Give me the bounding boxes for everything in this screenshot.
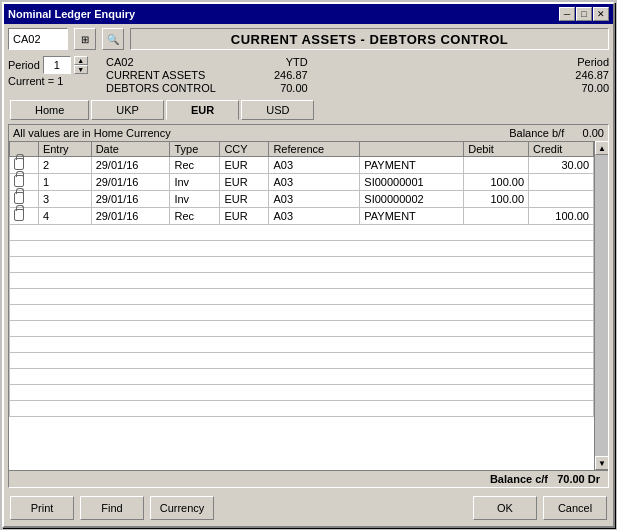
cancel-button[interactable]: Cancel	[543, 496, 607, 520]
table-header-row: All values are in Home Currency Balance …	[9, 125, 608, 141]
balance-bf-display: Balance b/f 0.00	[509, 127, 604, 139]
tabs-row: Home UKP EUR USD	[8, 100, 609, 120]
row-ccy: EUR	[220, 208, 269, 225]
print-button[interactable]: Print	[10, 496, 74, 520]
ok-button[interactable]: OK	[473, 496, 537, 520]
main-window: Nominal Ledger Enquiry ─ □ ✕ CA02 ⊞ 🔍 CU…	[2, 2, 615, 528]
tab-ukp[interactable]: UKP	[91, 100, 164, 120]
search-button[interactable]: 🔍	[102, 28, 124, 50]
ytd-value1: 246.87	[274, 69, 308, 81]
row-date: 29/01/16	[91, 157, 170, 174]
row-entry: 2	[38, 157, 91, 174]
balance-bf-label: Balance b/f	[509, 127, 564, 139]
row-lock	[10, 174, 39, 191]
tab-usd-label: USD	[266, 104, 289, 116]
tab-home[interactable]: Home	[10, 100, 89, 120]
empty-row	[10, 321, 594, 337]
account-title-display: CURRENT ASSETS - DEBTORS CONTROL	[130, 28, 609, 50]
period-col-value2: 70.00	[581, 82, 609, 94]
table-body: 2 29/01/16 Rec EUR A03 PAYMENT 30.00	[10, 157, 594, 417]
row-credit: 30.00	[529, 157, 594, 174]
empty-row	[10, 273, 594, 289]
currency-button[interactable]: Currency	[150, 496, 214, 520]
period-input[interactable]	[43, 56, 71, 74]
tab-eur[interactable]: EUR	[166, 100, 239, 120]
vertical-scrollbar[interactable]: ▲ ▼	[594, 141, 608, 470]
table-head: Entry Date Type CCY Reference Debit Cred…	[10, 142, 594, 157]
row-entry: 4	[38, 208, 91, 225]
info-details: CA02 CURRENT ASSETS DEBTORS CONTROL	[106, 56, 266, 94]
period-down-button[interactable]: ▼	[74, 65, 88, 74]
tab-eur-label: EUR	[191, 104, 214, 116]
table-section: All values are in Home Currency Balance …	[8, 124, 609, 488]
row-date: 29/01/16	[91, 208, 170, 225]
row-ref2: SI00000001	[360, 174, 464, 191]
row-ref1: A03	[269, 191, 360, 208]
empty-row	[10, 401, 594, 417]
period-inner: Period ▲ ▼	[8, 56, 98, 74]
current-label: Current = 1	[8, 75, 98, 87]
footer-right: OK Cancel	[473, 496, 607, 520]
period-col-label: Period	[577, 56, 609, 68]
row-lock	[10, 208, 39, 225]
empty-row	[10, 385, 594, 401]
table-with-scroll: Entry Date Type CCY Reference Debit Cred…	[9, 141, 608, 470]
col-reference: Reference	[269, 142, 360, 157]
empty-row	[10, 257, 594, 273]
empty-row	[10, 289, 594, 305]
scroll-track[interactable]	[595, 155, 608, 456]
row-type: Inv	[170, 174, 220, 191]
table-row: 1 29/01/16 Inv EUR A03 SI00000001 100.00	[10, 174, 594, 191]
minimize-button[interactable]: ─	[559, 7, 575, 21]
empty-row	[10, 337, 594, 353]
row-debit: 100.00	[464, 174, 529, 191]
row-credit: 100.00	[529, 208, 594, 225]
table-wrapper[interactable]: Entry Date Type CCY Reference Debit Cred…	[9, 141, 594, 470]
period-col: Period 246.87 70.00	[575, 56, 609, 94]
scroll-down-button[interactable]: ▼	[595, 456, 608, 470]
row-ref1: A03	[269, 157, 360, 174]
empty-row	[10, 241, 594, 257]
row-debit	[464, 208, 529, 225]
row-ccy: EUR	[220, 174, 269, 191]
row-entry: 3	[38, 191, 91, 208]
account-title: CURRENT ASSETS - DEBTORS CONTROL	[231, 32, 508, 47]
row-ref1: A03	[269, 208, 360, 225]
table-row: 3 29/01/16 Inv EUR A03 SI00000002 100.00	[10, 191, 594, 208]
col-ccy: CCY	[220, 142, 269, 157]
info-account-line2: DEBTORS CONTROL	[106, 82, 266, 94]
period-col-value1: 246.87	[575, 69, 609, 81]
row-credit	[529, 191, 594, 208]
account-code-field[interactable]: CA02	[8, 28, 68, 50]
row-type: Rec	[170, 208, 220, 225]
close-button[interactable]: ✕	[593, 7, 609, 21]
info-row: Period ▲ ▼ Current = 1 CA02 CURRENT ASSE…	[8, 54, 609, 96]
row-date: 29/01/16	[91, 191, 170, 208]
maximize-button[interactable]: □	[576, 7, 592, 21]
info-values: YTD 246.87 70.00 Period 246.87 70.00	[274, 56, 609, 94]
tab-usd[interactable]: USD	[241, 100, 314, 120]
spin-icon-button[interactable]: ⊞	[74, 28, 96, 50]
balance-cf-row: Balance c/f 70.00 Dr	[9, 470, 608, 487]
col-date: Date	[91, 142, 170, 157]
table-header: Entry Date Type CCY Reference Debit Cred…	[10, 142, 594, 157]
row-ccy: EUR	[220, 157, 269, 174]
period-box: Period ▲ ▼ Current = 1	[8, 56, 98, 87]
table-row: 2 29/01/16 Rec EUR A03 PAYMENT 30.00	[10, 157, 594, 174]
tab-home-label: Home	[35, 104, 64, 116]
row-type: Inv	[170, 191, 220, 208]
period-label: Period	[8, 59, 40, 71]
col-type: Type	[170, 142, 220, 157]
row-type: Rec	[170, 157, 220, 174]
scroll-up-button[interactable]: ▲	[595, 141, 608, 155]
top-row: CA02 ⊞ 🔍 CURRENT ASSETS - DEBTORS CONTRO…	[8, 28, 609, 50]
row-date: 29/01/16	[91, 174, 170, 191]
tab-ukp-label: UKP	[116, 104, 139, 116]
col-ref2	[360, 142, 464, 157]
row-debit	[464, 157, 529, 174]
find-button[interactable]: Find	[80, 496, 144, 520]
period-up-button[interactable]: ▲	[74, 56, 88, 65]
title-bar: Nominal Ledger Enquiry ─ □ ✕	[4, 4, 613, 24]
row-ref2: SI00000002	[360, 191, 464, 208]
table-row: 4 29/01/16 Rec EUR A03 PAYMENT 100.00	[10, 208, 594, 225]
